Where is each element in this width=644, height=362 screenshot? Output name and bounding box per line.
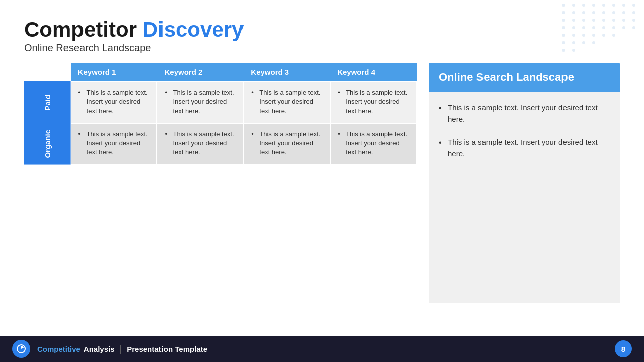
footer: Competitive Analysis | Presentation Temp… [0, 336, 644, 362]
svg-point-0 [562, 4, 565, 7]
keyword-table: Keyword 1 Keyword 2 Keyword 3 Keyword 4 … [24, 63, 417, 164]
list-item: This is a sample text. Insert your desir… [251, 130, 323, 157]
organic-cell-kw3: This is a sample text. Insert your desir… [244, 123, 330, 165]
paid-cell-kw3: This is a sample text. Insert your desir… [244, 81, 330, 123]
col-header-kw1: Keyword 1 [71, 63, 157, 81]
header: Competitor Discovery Online Research Lan… [24, 18, 620, 54]
svg-point-3 [592, 4, 595, 7]
panel-body: This is a sample text. Insert your desir… [429, 92, 620, 303]
footer-brand-white: Analysis [84, 345, 115, 353]
panel-header: Online Search Landscape [429, 63, 620, 92]
svg-point-10 [582, 11, 585, 14]
table-row-organic: Organic This is a sample text. Insert yo… [24, 123, 417, 165]
list-item: This is a sample text. Insert your desir… [251, 88, 323, 116]
svg-point-1 [572, 4, 575, 7]
svg-point-6 [622, 4, 625, 7]
page-number: 8 [615, 340, 632, 357]
title-blue: Discovery [143, 18, 244, 41]
col-header-kw3: Keyword 3 [244, 63, 330, 81]
paid-cell-kw4: This is a sample text. Insert your desir… [330, 81, 417, 123]
col-header-empty [24, 63, 71, 81]
row-label-paid: Paid [24, 81, 71, 123]
svg-point-22 [622, 19, 625, 22]
list-item: This is a sample text. Insert your desir… [78, 88, 150, 116]
svg-point-15 [632, 11, 635, 14]
row-label-organic: Organic [24, 123, 71, 165]
organic-cell-kw1: This is a sample text. Insert your desir… [71, 123, 157, 165]
slide-page: // Inline dot pattern via SVG circles [0, 0, 644, 362]
svg-point-8 [562, 11, 565, 14]
svg-point-11 [592, 11, 595, 14]
svg-point-7 [632, 4, 635, 7]
panel-list-item-2: This is a sample text. Insert your desir… [439, 137, 610, 159]
svg-point-30 [622, 26, 625, 29]
col-header-kw4: Keyword 4 [330, 63, 417, 81]
list-item: This is a sample text. Insert your desir… [338, 88, 409, 116]
list-item: This is a sample text. Insert your desir… [165, 130, 236, 157]
right-panel: Online Search Landscape This is a sample… [429, 63, 620, 303]
footer-brand-blue: Competitive [37, 345, 80, 353]
svg-point-23 [632, 19, 635, 22]
svg-point-2 [582, 4, 585, 7]
footer-text: Competitive Analysis | Presentation Temp… [37, 344, 207, 354]
list-item: This is a sample text. Insert your desir… [338, 130, 409, 157]
page-subtitle: Online Research Landscape [24, 42, 620, 54]
svg-point-31 [632, 26, 635, 29]
title-plain: Competitor [24, 18, 143, 41]
table-row-paid: Paid This is a sample text. Insert your … [24, 81, 417, 123]
svg-point-9 [572, 11, 575, 14]
page-title: Competitor Discovery [24, 18, 620, 41]
organic-cell-kw4: This is a sample text. Insert your desir… [330, 123, 417, 165]
organic-cell-kw2: This is a sample text. Insert your desir… [157, 123, 244, 165]
paid-cell-kw2: This is a sample text. Insert your desir… [157, 81, 244, 123]
main-content: Keyword 1 Keyword 2 Keyword 3 Keyword 4 … [24, 63, 620, 303]
footer-logo [12, 340, 30, 358]
svg-point-4 [602, 4, 605, 7]
panel-list-item-1: This is a sample text. Insert your desir… [439, 102, 610, 125]
svg-point-5 [612, 4, 615, 7]
footer-subtitle: Presentation Template [127, 345, 207, 353]
svg-point-13 [612, 11, 615, 14]
list-item: This is a sample text. Insert your desir… [78, 130, 150, 157]
table-section: Keyword 1 Keyword 2 Keyword 3 Keyword 4 … [24, 63, 417, 303]
paid-cell-kw1: This is a sample text. Insert your desir… [71, 81, 157, 123]
svg-point-14 [622, 11, 625, 14]
footer-divider: | [120, 344, 122, 354]
list-item: This is a sample text. Insert your desir… [165, 88, 236, 116]
col-header-kw2: Keyword 2 [157, 63, 244, 81]
svg-point-12 [602, 11, 605, 14]
